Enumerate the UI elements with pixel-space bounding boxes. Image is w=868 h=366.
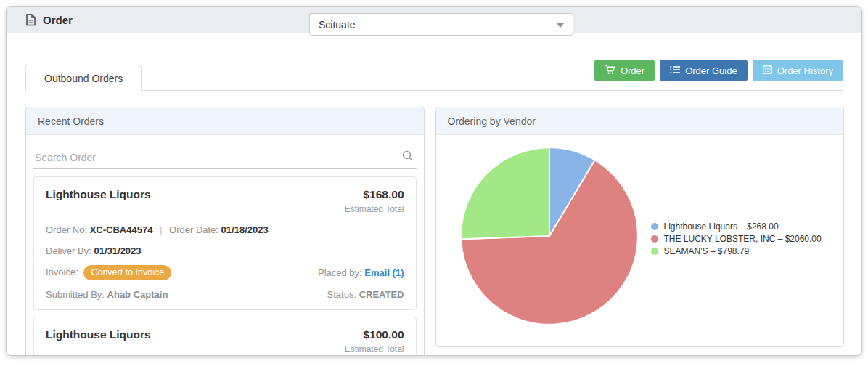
document-icon xyxy=(25,14,36,26)
order-search xyxy=(33,148,417,169)
recent-orders-panel: Recent Orders Lighthouse Liquors $168.00 xyxy=(25,107,425,356)
order-history-button[interactable]: Order History xyxy=(753,60,843,81)
submitted-by-label: Submitted By: xyxy=(46,289,105,300)
pie-legend: Lighthouse Liquors – $268.00 THE LUCKY L… xyxy=(651,221,822,259)
legend-item[interactable]: THE LUCKY LOBSTER, INC – $2060.00 xyxy=(651,234,822,244)
submitted-by-cell: Submitted By: Ahab Captain xyxy=(46,289,168,300)
order-card-top: Lighthouse Liquors $168.00 Estimated Tot… xyxy=(46,188,404,214)
cart-icon xyxy=(605,65,615,77)
tab-outbound-orders-label: Outbound Orders xyxy=(44,73,123,84)
deliver-by-row: Deliver By: 01/31/2023 xyxy=(46,245,404,256)
order-date-value: 01/18/2023 xyxy=(221,224,269,235)
order-total: $100.00 xyxy=(345,328,404,341)
ordering-by-vendor-header: Ordering by Vendor xyxy=(436,107,844,135)
ordering-by-vendor-title: Ordering by Vendor xyxy=(448,115,536,127)
legend-dot-icon xyxy=(651,223,658,230)
order-total-block: $168.00 Estimated Total xyxy=(345,188,404,214)
order-guide-button-label: Order Guide xyxy=(685,65,737,76)
vendor-name: Lighthouse Liquors xyxy=(46,328,151,354)
legend-label: SEAMAN'S – $798.79 xyxy=(664,246,750,256)
legend-label: THE LUCKY LOBSTER, INC – $2060.00 xyxy=(664,234,822,244)
chevron-down-icon xyxy=(557,23,564,28)
convert-to-invoice-badge[interactable]: Convert to Invoice xyxy=(83,265,171,280)
location-select-value: Scituate xyxy=(319,19,356,30)
order-no-row: Order No: XC-CBA44574 | Order Date: 01/1… xyxy=(46,224,404,235)
order-card-top: Lighthouse Liquors $100.00 Estimated Tot… xyxy=(46,328,404,354)
order-page: Order Scituate Outbound Orders Order xyxy=(6,6,862,356)
invoice-label: Invoice: xyxy=(46,267,78,277)
legend-item[interactable]: SEAMAN'S – $798.79 xyxy=(651,246,822,256)
estimated-total-label: Estimated Total xyxy=(345,344,404,354)
pie-slice-seamans[interactable] xyxy=(461,147,549,239)
order-total-block: $100.00 Estimated Total xyxy=(345,328,404,354)
order-card[interactable]: Lighthouse Liquors $168.00 Estimated Tot… xyxy=(33,176,417,310)
invoice-row: Invoice: Convert to Invoice Placed by: E… xyxy=(46,265,404,280)
status-value: CREATED xyxy=(359,289,404,300)
vendor-pie-chart[interactable] xyxy=(452,139,647,333)
vendor-name: Lighthouse Liquors xyxy=(46,188,151,214)
order-no-label: Order No: xyxy=(46,224,87,235)
order-button[interactable]: Order xyxy=(594,60,655,81)
recent-orders-title: Recent Orders xyxy=(38,115,104,127)
order-date-label: Order Date: xyxy=(169,224,218,235)
tab-bar: Outbound Orders Order xyxy=(25,60,843,91)
estimated-total-label: Estimated Total xyxy=(345,204,404,214)
search-order-input[interactable] xyxy=(33,148,417,169)
calendar-icon xyxy=(763,65,772,76)
order-guide-button[interactable]: Order Guide xyxy=(660,60,748,81)
location-select[interactable]: Scituate xyxy=(309,13,573,36)
separator: | xyxy=(160,224,162,235)
ordering-by-vendor-panel: Ordering by Vendor Lighthouse Liquors – … xyxy=(435,107,845,347)
order-no-value: XC-CBA44574 xyxy=(90,224,153,235)
status-cell: Status: CREATED xyxy=(327,289,404,300)
submitted-by-value: Ahab Captain xyxy=(107,289,168,300)
placed-by-label: Placed by: xyxy=(318,267,362,278)
search-icon[interactable] xyxy=(402,150,414,165)
order-total: $168.00 xyxy=(345,188,404,201)
legend-dot-icon xyxy=(651,248,658,255)
deliver-by-value: 01/31/2023 xyxy=(94,245,141,256)
status-label: Status: xyxy=(327,289,356,300)
recent-orders-header: Recent Orders xyxy=(26,107,424,135)
tab-outbound-orders[interactable]: Outbound Orders xyxy=(25,65,142,91)
page-title: Order xyxy=(43,14,73,26)
order-button-label: Order xyxy=(621,65,644,76)
list-icon xyxy=(670,65,680,76)
content-panels: Recent Orders Lighthouse Liquors $168.00 xyxy=(25,107,844,356)
placed-by-cell: Placed by: Email (1) xyxy=(318,267,404,278)
action-buttons: Order Order Guide xyxy=(594,60,843,81)
legend-label: Lighthouse Liquors – $268.00 xyxy=(664,221,779,232)
submitted-row: Submitted By: Ahab Captain Status: CREAT… xyxy=(46,289,404,300)
legend-dot-icon xyxy=(651,235,658,243)
deliver-by-label: Deliver By: xyxy=(46,245,91,256)
order-history-button-label: Order History xyxy=(777,65,833,76)
invoice-cell: Invoice: Convert to Invoice xyxy=(46,265,171,280)
order-card[interactable]: Lighthouse Liquors $100.00 Estimated Tot… xyxy=(33,317,417,356)
placed-by-email-link[interactable]: Email (1) xyxy=(364,267,404,278)
legend-item[interactable]: Lighthouse Liquors – $268.00 xyxy=(651,221,822,232)
